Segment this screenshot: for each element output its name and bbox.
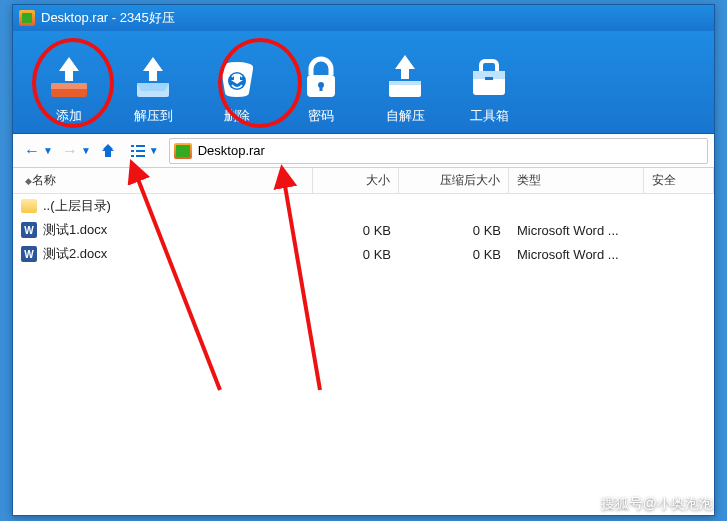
file-row[interactable]: 测试1.docx0 KB0 KBMicrosoft Word ...	[13, 218, 714, 242]
sfx-label: 自解压	[386, 107, 425, 125]
col-size[interactable]: 大小	[313, 168, 399, 193]
file-name: 测试1.docx	[43, 221, 107, 239]
file-size: 0 KB	[313, 247, 399, 262]
docx-icon	[21, 246, 37, 262]
file-csize: 0 KB	[399, 223, 509, 238]
svg-rect-17	[131, 155, 134, 157]
extract-label: 解压到	[134, 107, 173, 125]
svg-rect-9	[389, 81, 421, 85]
password-label: 密码	[308, 107, 334, 125]
col-size-label: 大小	[366, 172, 390, 189]
view-button[interactable]	[125, 138, 151, 164]
col-security[interactable]: 安全	[644, 168, 714, 193]
col-type-label: 类型	[517, 172, 541, 189]
svg-rect-7	[320, 85, 323, 91]
add-label: 添加	[56, 107, 82, 125]
file-type: Microsoft Word ...	[509, 247, 644, 262]
add-icon	[45, 53, 93, 101]
col-name-label: 名称	[32, 172, 56, 189]
svg-rect-1	[51, 83, 87, 89]
back-dropdown[interactable]: ▼	[43, 145, 53, 156]
file-csize: 0 KB	[399, 247, 509, 262]
view-dropdown[interactable]: ▼	[149, 145, 159, 156]
breadcrumb[interactable]: Desktop.rar	[169, 138, 708, 164]
archive-icon	[174, 143, 192, 159]
column-headers: ◆名称 大小 压缩后大小 类型 安全	[13, 168, 714, 194]
folder-icon	[21, 199, 37, 213]
delete-button[interactable]: 删除	[201, 39, 273, 125]
svg-rect-18	[136, 155, 145, 157]
breadcrumb-path: Desktop.rar	[198, 143, 265, 158]
sfx-icon	[381, 53, 429, 101]
file-type: Microsoft Word ...	[509, 223, 644, 238]
password-button[interactable]: 密码	[285, 39, 357, 125]
delete-icon	[213, 53, 261, 101]
tools-label: 工具箱	[470, 107, 509, 125]
svg-rect-16	[136, 150, 145, 152]
col-name[interactable]: ◆名称	[13, 168, 313, 193]
svg-rect-15	[131, 150, 134, 152]
file-row[interactable]: 测试2.docx0 KB0 KBMicrosoft Word ...	[13, 242, 714, 266]
add-button[interactable]: 添加	[33, 39, 105, 125]
toolbox-icon	[465, 53, 513, 101]
svg-rect-12	[485, 77, 493, 80]
file-name: ..(上层目录)	[43, 197, 111, 215]
col-csize-label: 压缩后大小	[440, 172, 500, 189]
file-list: ..(上层目录)测试1.docx0 KB0 KBMicrosoft Word .…	[13, 194, 714, 504]
forward-button[interactable]: →	[57, 138, 83, 164]
col-csize[interactable]: 压缩后大小	[399, 168, 509, 193]
file-name: 测试2.docx	[43, 245, 107, 263]
svg-rect-14	[136, 145, 145, 147]
tools-button[interactable]: 工具箱	[453, 39, 525, 125]
col-security-label: 安全	[652, 172, 676, 189]
extract-icon	[129, 53, 177, 101]
app-icon	[19, 10, 35, 26]
titlebar: Desktop.rar - 2345好压	[13, 5, 714, 31]
back-button[interactable]: ←	[19, 138, 45, 164]
lock-icon	[297, 53, 345, 101]
up-button[interactable]	[95, 138, 121, 164]
docx-icon	[21, 222, 37, 238]
sfx-button[interactable]: 自解压	[369, 39, 441, 125]
toolbar: 添加 解压到 删除 密码 自解压	[13, 31, 714, 134]
watermark: 搜狐号@小奥泡泡	[601, 495, 713, 513]
file-row[interactable]: ..(上层目录)	[13, 194, 714, 218]
window-title: Desktop.rar - 2345好压	[41, 9, 175, 27]
extract-button[interactable]: 解压到	[117, 39, 189, 125]
forward-dropdown[interactable]: ▼	[81, 145, 91, 156]
delete-label: 删除	[224, 107, 250, 125]
sort-indicator-icon: ◆	[25, 176, 32, 186]
svg-rect-13	[131, 145, 134, 147]
navbar: ← ▼ → ▼ ▼ Desktop.rar	[13, 134, 714, 168]
file-size: 0 KB	[313, 223, 399, 238]
col-type[interactable]: 类型	[509, 168, 644, 193]
